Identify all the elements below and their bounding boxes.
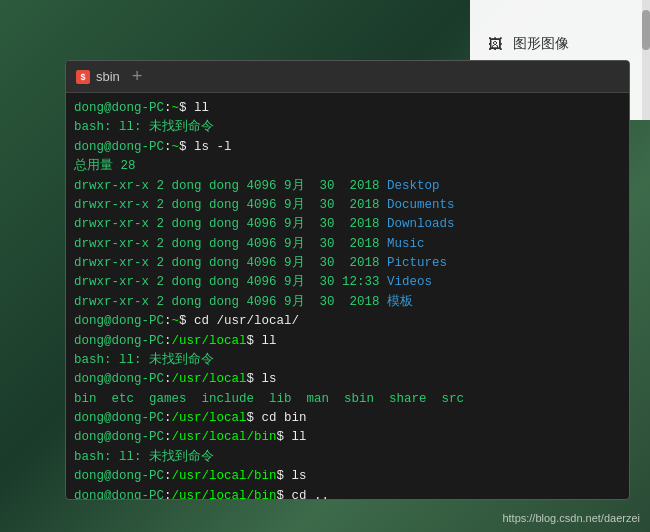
- terminal-body[interactable]: dong@dong-PC:~$ ll bash: ll: 未找到命令 dong@…: [66, 93, 629, 499]
- terminal-line: dong@dong-PC:/usr/local$ ls: [74, 370, 621, 389]
- right-panel-scrollbar[interactable]: [642, 0, 650, 120]
- terminal-line: dong@dong-PC:/usr/local/bin$ cd ..: [74, 487, 621, 500]
- terminal-line: bash: ll: 未找到命令: [74, 118, 621, 137]
- terminal-line: bin etc games include lib man sbin share…: [74, 390, 621, 409]
- terminal-line: dong@dong-PC:~$ ll: [74, 99, 621, 118]
- terminal-line: dong@dong-PC:/usr/local$ ll: [74, 332, 621, 351]
- terminal-tab-label: sbin: [96, 69, 120, 84]
- terminal-line: drwxr-xr-x 2 dong dong 4096 9月 30 2018 M…: [74, 235, 621, 254]
- terminal-line: drwxr-xr-x 2 dong dong 4096 9月 30 2018 D…: [74, 196, 621, 215]
- terminal-line: bash: ll: 未找到命令: [74, 448, 621, 467]
- terminal-line: dong@dong-PC:~$ cd /usr/local/: [74, 312, 621, 331]
- terminal-tab-icon: $: [76, 70, 90, 84]
- terminal-line: drwxr-xr-x 2 dong dong 4096 9月 30 2018 D…: [74, 215, 621, 234]
- terminal-line: drwxr-xr-x 2 dong dong 4096 9月 30 2018 模…: [74, 293, 621, 312]
- terminal-line: dong@dong-PC:~$ ls -l: [74, 138, 621, 157]
- terminal-line: 总用量 28: [74, 157, 621, 176]
- watermark: https://blog.csdn.net/daerzei: [502, 512, 640, 524]
- watermark-text: https://blog.csdn.net/daerzei: [502, 512, 640, 524]
- terminal-titlebar: $ sbin +: [66, 61, 629, 93]
- graphics-label: 图形图像: [513, 35, 569, 53]
- terminal-line: drwxr-xr-x 2 dong dong 4096 9月 30 2018 P…: [74, 254, 621, 273]
- graphics-icon: 🖼: [485, 34, 505, 54]
- terminal-window: $ sbin + dong@dong-PC:~$ ll bash: ll: 未找…: [65, 60, 630, 500]
- terminal-line: dong@dong-PC:/usr/local$ cd bin: [74, 409, 621, 428]
- terminal-add-tab-button[interactable]: +: [132, 67, 143, 87]
- terminal-line: dong@dong-PC:/usr/local/bin$ ll: [74, 428, 621, 447]
- terminal-tab[interactable]: $ sbin: [76, 69, 120, 84]
- terminal-line: drwxr-xr-x 2 dong dong 4096 9月 30 12:33 …: [74, 273, 621, 292]
- terminal-line: bash: ll: 未找到命令: [74, 351, 621, 370]
- terminal-line: drwxr-xr-x 2 dong dong 4096 9月 30 2018 D…: [74, 177, 621, 196]
- terminal-line: dong@dong-PC:/usr/local/bin$ ls: [74, 467, 621, 486]
- scrollbar-thumb: [642, 10, 650, 50]
- right-panel-item-graphics[interactable]: 🖼 图形图像: [485, 34, 635, 54]
